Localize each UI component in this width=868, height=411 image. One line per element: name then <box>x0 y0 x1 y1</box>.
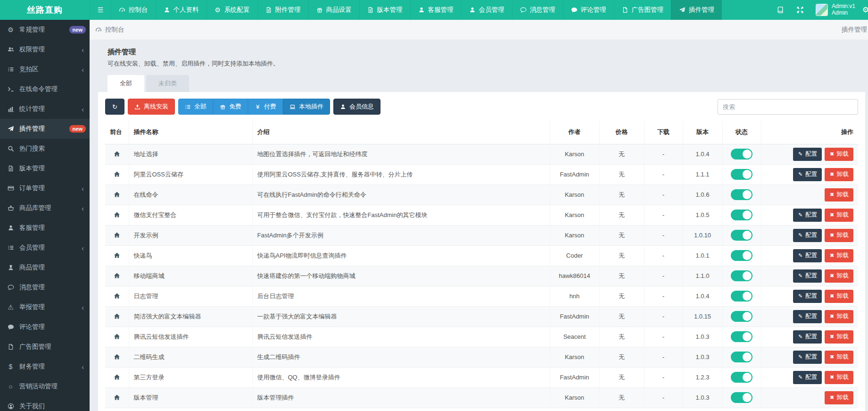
sidebar-item-举报管理[interactable]: ⚠举报管理‹ <box>0 297 90 317</box>
sidebar-item-消息管理[interactable]: 消息管理 <box>0 277 90 297</box>
filter-local-button[interactable]: 本地插件 <box>283 99 330 115</box>
sidebar-item-营销活动管理[interactable]: ○营销活动管理 <box>0 377 90 396</box>
nav-item-个人资料[interactable]: 个人资料 <box>156 0 207 20</box>
config-button[interactable]: ✎配置 <box>793 330 822 344</box>
sidebar-item-版本管理[interactable]: 版本管理 <box>0 159 90 178</box>
status-toggle[interactable] <box>731 189 752 200</box>
nav-item-广告图管理[interactable]: 广告图管理 <box>614 0 671 20</box>
home-icon[interactable] <box>114 151 120 157</box>
config-button[interactable]: ✎配置 <box>793 249 822 262</box>
config-button[interactable]: ✎配置 <box>793 168 822 181</box>
uninstall-button[interactable]: ✖卸载 <box>825 391 853 404</box>
sidebar-item-热门搜索[interactable]: 热门搜索 <box>0 139 90 159</box>
sidebar-item-统计管理[interactable]: 统计管理‹ <box>0 99 90 119</box>
config-button[interactable]: ✎配置 <box>793 269 822 283</box>
home-icon[interactable] <box>114 252 120 259</box>
home-icon[interactable] <box>114 191 120 198</box>
nav-item-会员管理[interactable]: 会员管理 <box>461 0 512 20</box>
language-button[interactable] <box>771 0 789 20</box>
sidebar-item-广告图管理[interactable]: 广告图管理 <box>0 337 90 357</box>
uninstall-button[interactable]: ✖卸载 <box>825 249 853 262</box>
home-icon[interactable] <box>114 333 120 340</box>
nav-item-客服管理[interactable]: 客服管理 <box>410 0 461 20</box>
brand-logo[interactable]: 丝路直购 <box>0 0 90 20</box>
fullscreen-button[interactable] <box>791 0 809 20</box>
sidebar-item-权限管理[interactable]: 权限管理‹ <box>0 40 90 59</box>
member-info-button[interactable]: 会员信息 <box>333 99 380 115</box>
uninstall-button[interactable]: ✖卸载 <box>825 269 853 283</box>
uninstall-button[interactable]: ✖卸载 <box>825 229 853 242</box>
status-toggle[interactable] <box>731 250 752 261</box>
config-button[interactable]: ✎配置 <box>793 229 822 242</box>
breadcrumb-dashboard-link[interactable]: 控制台 <box>95 25 124 34</box>
status-toggle[interactable] <box>731 291 752 302</box>
uninstall-button[interactable]: ✖卸载 <box>825 351 853 364</box>
status-toggle[interactable] <box>731 331 752 342</box>
config-button[interactable]: ✎配置 <box>793 290 822 303</box>
sidebar-item-评论管理[interactable]: 评论管理 <box>0 317 90 337</box>
status-toggle[interactable] <box>731 169 752 180</box>
sidebar-item-商品库管理[interactable]: 商品库管理‹ <box>0 198 90 218</box>
status-toggle[interactable] <box>731 210 752 220</box>
home-icon[interactable] <box>114 232 120 238</box>
uninstall-button[interactable]: ✖卸载 <box>825 290 853 303</box>
nav-item-插件管理[interactable]: 插件管理 <box>671 0 722 20</box>
sidebar-item-客服管理[interactable]: 客服管理 <box>0 218 90 238</box>
config-button[interactable]: ✎配置 <box>793 310 822 323</box>
home-icon[interactable] <box>114 374 120 380</box>
status-toggle[interactable] <box>731 230 752 241</box>
uninstall-button[interactable]: ✖卸载 <box>825 148 853 161</box>
nav-item-控制台[interactable]: 控制台 <box>111 0 156 20</box>
home-icon[interactable] <box>114 272 120 279</box>
button-label: 本地插件 <box>299 102 323 111</box>
sidebar-item-插件管理[interactable]: 插件管理new <box>0 119 90 139</box>
uninstall-button[interactable]: ✖卸载 <box>825 310 853 323</box>
home-icon[interactable] <box>114 171 120 177</box>
nav-item-评论管理[interactable]: 评论管理 <box>563 0 614 20</box>
sidebar-item-常规管理[interactable]: ⚙常规管理new <box>0 20 90 40</box>
sidebar-item-关于我们[interactable]: 关于我们 <box>0 396 90 411</box>
nav-menu-toggle[interactable]: ☰ <box>90 0 111 20</box>
sidebar-item-会员管理[interactable]: 会员管理‹ <box>0 238 90 258</box>
status-toggle[interactable] <box>731 352 752 362</box>
sidebar-item-在线命令管理[interactable]: 在线命令管理 <box>0 79 90 99</box>
uninstall-button[interactable]: ✖卸载 <box>825 209 853 222</box>
uninstall-button[interactable]: ✖卸载 <box>825 330 853 344</box>
status-toggle[interactable] <box>731 149 752 159</box>
filter-paid-button[interactable]: ¥付费 <box>248 99 283 115</box>
home-icon[interactable] <box>114 353 120 360</box>
config-button[interactable]: ✎配置 <box>793 371 822 384</box>
status-toggle[interactable] <box>731 311 752 322</box>
home-icon[interactable] <box>114 394 120 401</box>
sidebar-item-财务管理[interactable]: $财务管理‹ <box>0 357 90 377</box>
nav-item-版本管理[interactable]: 版本管理 <box>359 0 410 20</box>
status-toggle[interactable] <box>731 392 752 403</box>
uninstall-button[interactable]: ✖卸载 <box>825 371 853 384</box>
settings-gear-button[interactable]: ⚙ <box>862 0 868 20</box>
status-toggle[interactable] <box>731 270 752 281</box>
home-icon[interactable] <box>114 211 120 218</box>
nav-item-消息管理[interactable]: 消息管理 <box>512 0 563 20</box>
sidebar-item-竞拍区[interactable]: 竞拍区‹ <box>0 59 90 79</box>
home-icon[interactable] <box>114 313 120 319</box>
refresh-button[interactable]: ↻ <box>105 99 124 115</box>
filter-all-button[interactable]: 全部 <box>178 99 213 115</box>
offline-install-button[interactable]: 离线安装 <box>128 99 175 115</box>
config-button[interactable]: ✎配置 <box>793 148 822 161</box>
config-button[interactable]: ✎配置 <box>793 209 822 222</box>
tab-未归类[interactable]: 未归类 <box>146 75 189 92</box>
home-icon[interactable] <box>114 293 120 299</box>
tab-全部[interactable]: 全部 <box>107 75 144 92</box>
nav-item-商品设置[interactable]: 商品设置 <box>308 0 359 20</box>
search-input[interactable] <box>718 99 858 115</box>
nav-item-附件管理[interactable]: 附件管理 <box>257 0 308 20</box>
uninstall-button[interactable]: ✖卸载 <box>825 168 853 181</box>
user-menu[interactable]: Admin:v1Admin <box>811 3 860 17</box>
uninstall-button[interactable]: ✖卸载 <box>825 188 853 201</box>
nav-item-系统配置[interactable]: ⚙系统配置 <box>207 0 257 20</box>
filter-free-button[interactable]: 免费 <box>213 99 248 115</box>
config-button[interactable]: ✎配置 <box>793 351 822 364</box>
status-toggle[interactable] <box>731 372 752 383</box>
sidebar-item-商品管理[interactable]: 商品管理 <box>0 258 90 277</box>
sidebar-item-订单管理[interactable]: 订单管理‹ <box>0 178 90 198</box>
